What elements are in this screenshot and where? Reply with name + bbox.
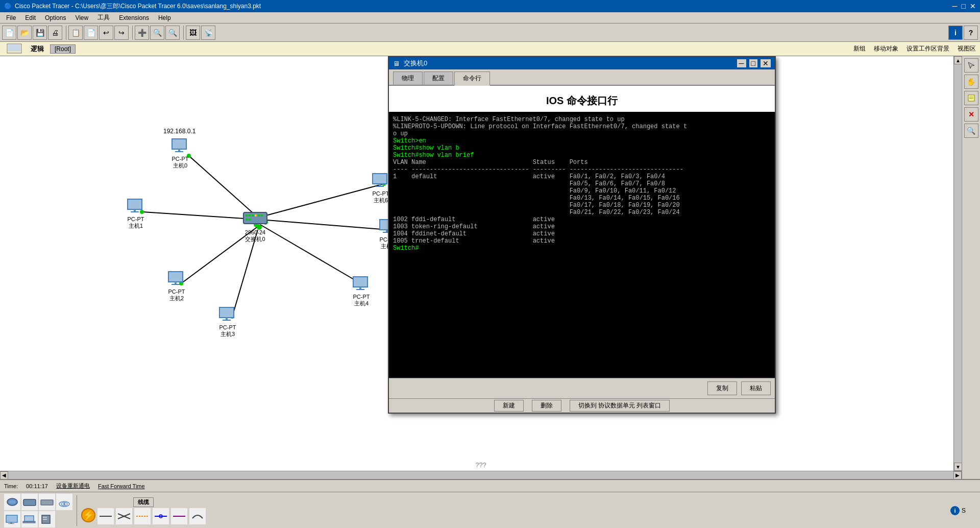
cable-rollover[interactable] xyxy=(134,508,151,524)
v-scroll-up[interactable]: ▲ xyxy=(954,56,962,64)
cable-serial[interactable] xyxy=(153,508,169,524)
new-button[interactable]: 新建 xyxy=(494,400,524,412)
paste-button[interactable]: 粘贴 xyxy=(741,381,771,395)
device-icon-group-1 xyxy=(4,494,72,527)
toolbar-paste[interactable]: 📄 xyxy=(84,26,98,40)
device-switch[interactable] xyxy=(21,494,38,510)
node-host1[interactable]: PC-PT主机1 xyxy=(127,198,145,230)
device-action[interactable]: 设备重新通电 xyxy=(56,482,90,490)
node-host2[interactable]: PC-PT主机2 xyxy=(167,271,186,302)
node-host1-label: PC-PT主机1 xyxy=(127,216,145,230)
logic-label: 逻辑 xyxy=(31,44,44,54)
svg-rect-27 xyxy=(134,209,136,211)
svg-marker-53 xyxy=(968,62,974,68)
cable-crossover[interactable] xyxy=(116,508,132,524)
svg-rect-36 xyxy=(359,287,361,289)
maximize-button[interactable]: □ xyxy=(962,2,966,10)
close-button[interactable]: ✕ xyxy=(970,2,976,10)
info-panel: i S xyxy=(208,506,976,515)
action-move[interactable]: 移动对象 xyxy=(874,44,898,53)
toolbar-print[interactable]: 🖨 xyxy=(48,26,62,40)
action-bg[interactable]: 设置工作区背景 xyxy=(906,44,949,53)
toolbar-palette[interactable]: 🖼 xyxy=(186,26,200,40)
dialog-close-button[interactable]: ✕ xyxy=(761,59,771,67)
toolbar-copy[interactable]: 📋 xyxy=(68,26,83,40)
toolbar-help[interactable]: ? xyxy=(964,26,978,40)
dialog-minimize-button[interactable]: ─ xyxy=(737,59,746,67)
menu-options[interactable]: Options xyxy=(41,13,70,22)
node-host3[interactable]: PC-PT主机3 xyxy=(218,306,237,338)
device-router[interactable] xyxy=(4,494,20,510)
logic-icon-area xyxy=(4,42,24,56)
switch-to-pdu-button[interactable]: 切换到 协议数据单元 列表窗口 xyxy=(570,400,670,412)
menu-file[interactable]: File xyxy=(2,13,20,22)
device-hub[interactable] xyxy=(39,494,55,510)
tool-move[interactable]: ✋ xyxy=(964,75,978,89)
delete-button[interactable]: 删除 xyxy=(532,400,561,412)
minimize-button[interactable]: ─ xyxy=(952,2,958,10)
h-scrollbar[interactable]: ◀ ▶ xyxy=(0,471,962,479)
h-scroll-track[interactable] xyxy=(8,472,953,479)
device-pc[interactable] xyxy=(4,511,20,527)
svg-rect-23 xyxy=(172,139,186,149)
menu-tools[interactable]: 工具 xyxy=(93,12,114,23)
dialog-title-controls[interactable]: ─ □ ✕ xyxy=(737,59,771,67)
svg-rect-64 xyxy=(6,515,17,522)
toolbar-zoom-out[interactable]: 🔍 xyxy=(165,26,180,40)
dialog-tabs: 物理 配置 命令行 xyxy=(389,69,775,86)
action-new-group[interactable]: 新组 xyxy=(853,44,866,53)
node-host4[interactable]: PC-PT主机4 xyxy=(352,276,371,307)
fast-forward[interactable]: Fast Forward Time xyxy=(98,483,145,489)
menu-bar: File Edit Options View 工具 Extensions Hel… xyxy=(0,12,980,23)
device-wireless[interactable] xyxy=(56,494,72,510)
canvas-area[interactable]: 192.168.0.1 192.168.0.7 PC-PT主机0 PC-PT主机… xyxy=(0,56,962,479)
cable-straight[interactable] xyxy=(97,508,114,524)
dialog-maximize-button[interactable]: □ xyxy=(749,59,757,67)
menu-view[interactable]: View xyxy=(71,13,92,22)
tab-config[interactable]: 配置 xyxy=(424,71,453,85)
tool-note[interactable] xyxy=(964,91,978,105)
toolbar-info[interactable]: i xyxy=(948,26,963,40)
svg-rect-33 xyxy=(226,318,228,320)
tab-cli[interactable]: 命令行 xyxy=(454,71,490,86)
menu-help[interactable]: Help xyxy=(154,13,175,22)
tool-select[interactable] xyxy=(964,58,978,73)
h-scroll-left[interactable]: ◀ xyxy=(0,471,8,479)
node-host2-label: PC-PT主机2 xyxy=(167,289,186,302)
toolbar-save[interactable]: 💾 xyxy=(33,26,47,40)
toolbar-undo[interactable]: ↩ xyxy=(99,26,113,40)
tool-delete[interactable]: ✕ xyxy=(964,107,978,122)
h-scroll-right[interactable]: ▶ xyxy=(953,471,962,479)
cable-auto[interactable]: ⚡ xyxy=(81,508,95,522)
cable-phone[interactable] xyxy=(189,508,206,524)
v-scroll-track[interactable] xyxy=(954,64,961,463)
v-scroll-down[interactable]: ▼ xyxy=(954,463,962,471)
cable-dce[interactable] xyxy=(171,508,187,524)
toolbar-new[interactable]: 📄 xyxy=(2,26,16,40)
tab-physical[interactable]: 物理 xyxy=(393,71,423,85)
toolbar-zoom-fit[interactable]: 🔍 xyxy=(150,26,164,40)
terminal-area[interactable]: %LINK-5-CHANGED: Interface FastEthernet0… xyxy=(389,112,775,378)
node-host6[interactable]: PC-PT主机6 xyxy=(372,173,390,204)
tool-zoom[interactable]: 🔍 xyxy=(964,124,978,138)
toolbar-redo[interactable]: ↪ xyxy=(114,26,129,40)
menu-extensions[interactable]: Extensions xyxy=(115,13,153,22)
ip-label-host0: 192.168.0.1 xyxy=(163,128,195,135)
action-view[interactable]: 视图区 xyxy=(958,44,976,53)
device-laptop[interactable] xyxy=(21,511,38,527)
device-server[interactable] xyxy=(39,511,55,527)
window-title: Cisco Packet Tracer - C:\Users\彦三郎\Cisco… xyxy=(15,2,261,11)
scenario-label: S xyxy=(962,507,966,514)
toolbar-network[interactable]: 📡 xyxy=(201,26,215,40)
copy-button[interactable]: 复制 xyxy=(707,381,737,395)
node-host0[interactable]: PC-PT主机0 xyxy=(171,138,189,170)
main-toolbar: 📄 📂 💾 🖨 📋 📄 ↩ ↪ ➕ 🔍 🔍 🖼 📡 i ? xyxy=(0,23,980,42)
menu-edit[interactable]: Edit xyxy=(21,13,40,22)
toolbar-open[interactable]: 📂 xyxy=(17,26,32,40)
node-switch0[interactable]: 2960-24交换机0 xyxy=(242,209,268,243)
dialog-title-bar[interactable]: 🖥 交换机0 ─ □ ✕ xyxy=(389,57,775,69)
svg-rect-46 xyxy=(249,214,251,217)
toolbar-zoom-in[interactable]: ➕ xyxy=(135,26,149,40)
title-bar-controls[interactable]: ─ □ ✕ xyxy=(952,2,976,10)
v-scrollbar[interactable]: ▲ ▼ xyxy=(953,56,962,471)
